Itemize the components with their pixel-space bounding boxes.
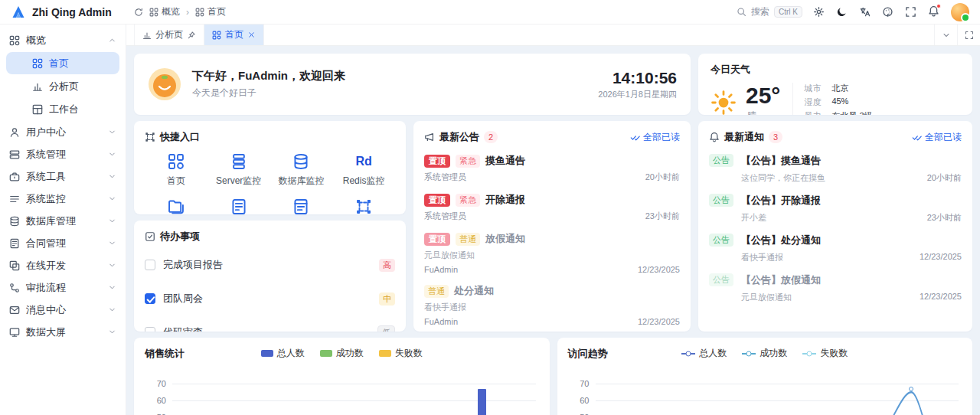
notification-item[interactable]: 公告 【公告】摸鱼通告 这位同学，你正在摸鱼20小时前 bbox=[709, 154, 962, 184]
todo-item[interactable]: 完成项目报告 高 bbox=[145, 248, 395, 282]
double-check-icon bbox=[912, 132, 922, 142]
contract-icon bbox=[230, 198, 247, 214]
tab-list-dropdown-icon[interactable] bbox=[934, 25, 957, 45]
priority-badge: 高 bbox=[379, 259, 395, 272]
form-icon bbox=[355, 198, 372, 214]
checkbox[interactable] bbox=[145, 293, 155, 304]
breadcrumb-item-overview[interactable]: 概览 bbox=[149, 5, 180, 18]
fullscreen-icon[interactable] bbox=[905, 6, 916, 18]
sidebar-item-home[interactable]: 首页 bbox=[6, 52, 119, 74]
bell-icon bbox=[709, 132, 720, 142]
main-content: 下午好，FuAdmin，欢迎回来 今天是个好日子 14:10:56 2026年1… bbox=[126, 46, 980, 415]
page-icon bbox=[292, 198, 309, 214]
sidebar-item-data-screen[interactable]: 数据大屏 bbox=[0, 321, 126, 343]
sidebar-item-workbench[interactable]: 工作台 bbox=[6, 98, 119, 120]
grid-icon bbox=[212, 31, 221, 40]
logo-icon bbox=[11, 5, 26, 20]
notification-item[interactable]: 公告 【公告】处分通知 看快手通报12/23/2025 bbox=[709, 234, 962, 263]
tab-bar: 分析页 首页 bbox=[126, 25, 980, 46]
notification-item[interactable]: 公告 【公告】开除通报 开小差23小时前 bbox=[709, 194, 962, 224]
sidebar-item-system-monitor[interactable]: 系统监控 bbox=[0, 188, 126, 210]
dev-icon bbox=[9, 260, 20, 271]
todo-card: 待办事项 完成项目报告 高 团队周会 中 代码审查 bbox=[134, 221, 406, 332]
trend-line bbox=[596, 377, 959, 415]
chart-icon bbox=[142, 31, 152, 40]
legend-line-marker bbox=[802, 351, 816, 357]
tab-home[interactable]: 首页 bbox=[204, 25, 264, 45]
mail-icon bbox=[9, 305, 20, 315]
todo-icon bbox=[145, 231, 155, 242]
notification-item[interactable]: 公告 【公告】放假通知 元旦放假通知12/23/2025 bbox=[709, 273, 962, 303]
quick-entry-form-management[interactable]: 表单管理 bbox=[332, 198, 395, 214]
chevron-up-icon bbox=[108, 36, 116, 44]
breadcrumb-item-home[interactable]: 首页 bbox=[195, 5, 226, 18]
app-header: Zhi Qing Admin 概览 › 首页 搜索 Ctrl K bbox=[0, 0, 980, 25]
sidebar-item-overview[interactable]: 概览 bbox=[0, 29, 126, 51]
sidebar-item-message-center[interactable]: 消息中心 bbox=[0, 299, 126, 321]
quick-entry-file-management[interactable]: 文件管理 bbox=[145, 198, 207, 214]
screen-icon bbox=[9, 327, 20, 338]
search-input[interactable]: 搜索 Ctrl K bbox=[737, 5, 802, 18]
refresh-icon[interactable] bbox=[134, 8, 143, 17]
chevron-down-icon bbox=[108, 283, 116, 292]
theme-icon[interactable] bbox=[882, 6, 893, 18]
files-icon bbox=[168, 198, 185, 214]
quick-entry-db-monitor[interactable]: 数据库监控 bbox=[270, 153, 333, 188]
chevron-down-icon bbox=[108, 194, 116, 203]
announcement-item[interactable]: 普通 处分通知 看快手通报 FuAdmin12/23/2025 bbox=[424, 284, 680, 326]
sidebar: 概览 首页 分析页 工作台 用户中心 系统管理 系统工具 系统监控 数据库管理 bbox=[0, 25, 126, 415]
mark-all-read-link[interactable]: 全部已读 bbox=[912, 131, 962, 144]
quick-entry-page-management[interactable]: 页面管理 bbox=[270, 198, 333, 214]
notice-tag: 公告 bbox=[709, 273, 733, 286]
sales-chart-card: 销售统计 总人数 成功数 失败数 70 60 50 bbox=[134, 338, 550, 415]
sidebar-item-database-management[interactable]: 数据库管理 bbox=[0, 210, 126, 232]
mascot-avatar bbox=[148, 67, 181, 101]
app-logo[interactable]: Zhi Qing Admin bbox=[0, 5, 126, 20]
announcement-item[interactable]: 置顶 紧急 开除通报 系统管理员23小时前 bbox=[424, 193, 680, 222]
todo-item[interactable]: 代码审查 低 bbox=[145, 315, 395, 332]
todo-item[interactable]: 团队周会 中 bbox=[145, 282, 395, 315]
legend-swatch bbox=[379, 350, 391, 357]
sidebar-item-user-center[interactable]: 用户中心 bbox=[0, 121, 126, 143]
quick-entry-contract-list[interactable]: 合同列表 bbox=[207, 198, 270, 214]
grid-icon bbox=[32, 58, 43, 69]
settings-icon[interactable] bbox=[813, 6, 825, 18]
list-icon bbox=[9, 149, 20, 160]
maximize-content-icon[interactable] bbox=[957, 25, 980, 45]
sidebar-item-analysis[interactable]: 分析页 bbox=[6, 75, 119, 97]
quick-entry-home[interactable]: 首页 bbox=[145, 153, 207, 188]
chevron-down-icon bbox=[108, 128, 116, 136]
user-avatar[interactable] bbox=[951, 3, 969, 21]
notification-bell-icon[interactable] bbox=[928, 5, 939, 19]
sidebar-item-approval-flow[interactable]: 审批流程 bbox=[0, 276, 126, 299]
sidebar-item-contract-management[interactable]: 合同管理 bbox=[0, 232, 126, 254]
flow-icon bbox=[9, 283, 20, 293]
chevron-down-icon bbox=[108, 261, 116, 270]
line-peak-marker[interactable] bbox=[909, 387, 913, 391]
chart-legend: 总人数 成功数 失败数 bbox=[134, 347, 550, 360]
chevron-down-icon bbox=[108, 239, 116, 247]
tab-analysis[interactable]: 分析页 bbox=[134, 25, 204, 45]
database-icon bbox=[292, 153, 309, 170]
bar-total[interactable] bbox=[478, 389, 486, 415]
greeting-text: 下午好，FuAdmin，欢迎回来 bbox=[192, 69, 345, 83]
mark-all-read-link[interactable]: 全部已读 bbox=[630, 131, 680, 144]
grid-icon bbox=[168, 153, 185, 170]
quick-entry-redis-monitor[interactable]: Rd Redis监控 bbox=[332, 153, 395, 188]
dark-mode-icon[interactable] bbox=[836, 6, 848, 18]
close-tab-icon[interactable] bbox=[247, 31, 256, 39]
checkbox[interactable] bbox=[145, 327, 155, 332]
announcement-item[interactable]: 置顶 普通 放假通知 元旦放假通知 FuAdmin12/23/2025 bbox=[424, 232, 680, 274]
language-icon[interactable] bbox=[859, 6, 871, 18]
sidebar-item-system-tools[interactable]: 系统工具 bbox=[0, 165, 126, 188]
weather-wind: 东北风 3级 bbox=[831, 110, 872, 115]
announcement-item[interactable]: 置顶 紧急 摸鱼通告 系统管理员20小时前 bbox=[424, 154, 680, 183]
grid-icon bbox=[195, 8, 204, 17]
sidebar-item-system-management[interactable]: 系统管理 bbox=[0, 143, 126, 165]
greeting-subtitle: 今天是个好日子 bbox=[192, 87, 345, 100]
sidebar-item-online-dev[interactable]: 在线开发 bbox=[0, 254, 126, 276]
checkbox[interactable] bbox=[145, 260, 155, 270]
pin-icon[interactable] bbox=[187, 31, 196, 40]
announcement-count-badge: 2 bbox=[484, 131, 498, 143]
quick-entry-server-monitor[interactable]: Server监控 bbox=[207, 153, 270, 188]
